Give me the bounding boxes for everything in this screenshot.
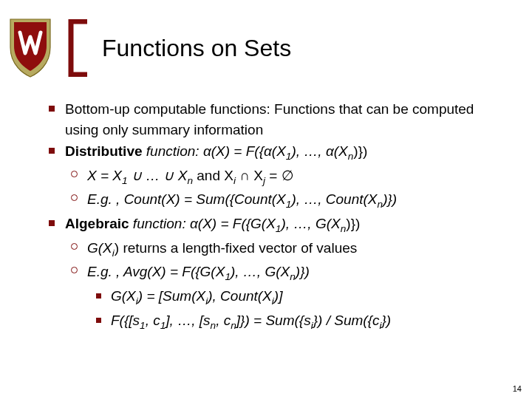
text: )}) — [296, 264, 310, 279]
subscript: 1 — [225, 271, 231, 282]
bullet-algebraic-gxi-def: G(Xi) = [Sum(Xi), Count(Xi)] — [44, 286, 510, 309]
text: }) / Sum({c — [313, 313, 380, 328]
text: G(X — [111, 288, 136, 304]
text: , c — [216, 313, 231, 328]
text-italic: ), …, α(X — [291, 143, 347, 159]
text: = ∅ — [265, 168, 294, 183]
text: ]}) = Sum({s — [236, 313, 311, 328]
text: ), …, Count(X — [291, 191, 377, 207]
bullet-algebraic: Algebraic function: α(X) = F({G(X1), …, … — [44, 214, 510, 236]
subscript: 1 — [122, 175, 128, 186]
text-bold: Algebraic — [65, 216, 129, 231]
bullet-bottom-up: Bottom-up computable functions: Function… — [44, 99, 510, 140]
subscript: n — [290, 271, 296, 282]
subscript: n — [231, 319, 236, 330]
text-bold: Distributive — [65, 143, 143, 159]
slide-title: Functions on Sets — [102, 35, 291, 62]
text: X = X — [87, 168, 122, 183]
text: ) = [Sum(X — [138, 288, 205, 304]
university-crest-icon — [7, 18, 53, 78]
text: ), Count(X — [208, 288, 272, 304]
text: ∪ … ∪ X — [128, 168, 188, 183]
text-italic: ), …, G(X — [281, 216, 340, 231]
text: and X — [193, 168, 233, 183]
subscript: 1 — [140, 319, 146, 330]
text: F({[s — [111, 313, 140, 328]
bullet-algebraic-f-def: F({[s1, c1], …, [sn, cn]}) = Sum({si}) /… — [44, 310, 510, 333]
text: ), …, G(X — [231, 264, 290, 279]
text: )}) — [346, 216, 360, 231]
bullet-algebraic-gxi: G(Xi) returns a length-fixed vector of v… — [44, 238, 510, 261]
bullet-distributive: Distributive function: α(X) = F({α(X1), … — [44, 141, 510, 164]
text: E.g. , Avg(X) = F({G(X — [87, 264, 225, 279]
text: ], …, [s — [166, 313, 210, 328]
page-number: 14 — [513, 384, 522, 393]
bullet-distributive-eg: E.g. , Count(X) = Sum({Count(X1), …, Cou… — [44, 189, 510, 212]
text: )] — [274, 288, 283, 304]
text: )}) — [353, 143, 367, 159]
text-italic: function: α(X) = F({G(X — [129, 216, 276, 231]
text: }) — [382, 313, 392, 328]
text: , c — [146, 313, 160, 328]
text: )}) — [383, 191, 397, 207]
subscript: n — [378, 199, 383, 210]
slide-header: Functions on Sets — [0, 0, 532, 78]
text: ) returns a length-fixed vector of value… — [115, 240, 357, 256]
slide-content: Bottom-up computable functions: Function… — [0, 78, 532, 332]
title-bracket-icon — [62, 19, 89, 77]
text: G(X — [87, 240, 112, 256]
subscript: n — [187, 175, 193, 186]
bullet-algebraic-eg: E.g. , Avg(X) = F({G(X1), …, G(Xn)}) — [44, 262, 510, 284]
bullet-distributive-cond: X = X1 ∪ … ∪ Xn and Xi ∩ Xj = ∅ — [44, 166, 510, 188]
text: E.g. , Count(X) = Sum({Count(X — [87, 191, 286, 207]
text-italic: function: α(X) = F({α(X — [143, 143, 286, 159]
subscript: n — [211, 319, 216, 330]
text: Bottom-up computable functions: Function… — [65, 101, 474, 137]
text: ∩ X — [236, 168, 263, 183]
